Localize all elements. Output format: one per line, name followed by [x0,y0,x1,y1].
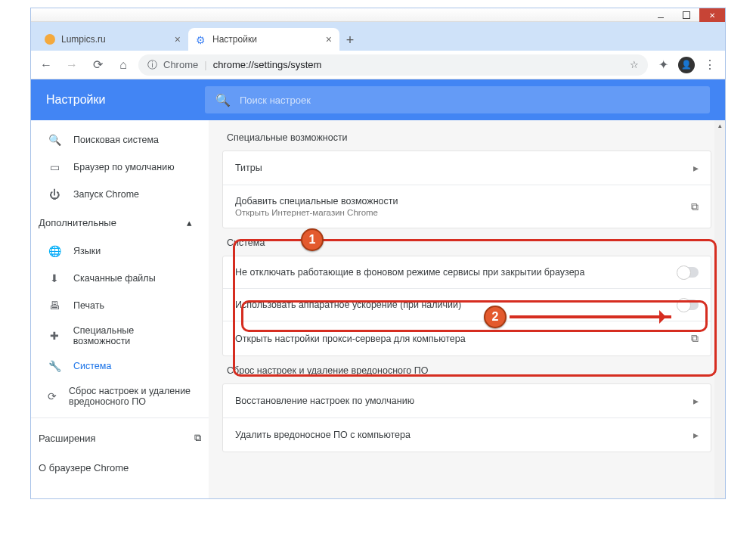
tab-settings[interactable]: ⚙ Настройки × [188,28,339,51]
scrollbar[interactable]: ▴ [714,120,725,498]
section-system-title: Система [222,231,711,256]
page-title: Настройки [46,93,205,107]
row-add-a11y[interactable]: Добавить специальные возможности Открыть… [223,185,711,228]
sidebar-advanced-toggle[interactable]: Дополнительные ▴ [31,208,209,237]
extensions-button[interactable]: ✦ [652,54,674,76]
sidebar-item-languages[interactable]: 🌐Языки [31,237,209,265]
sidebar-item-search-engine[interactable]: 🔍Поисковая система [31,126,209,154]
sidebar-about[interactable]: О браузере Chrome [31,453,209,483]
window-maximize[interactable] [674,8,699,22]
external-link-icon: ⧉ [691,332,699,345]
window-titlebar: ✕ [31,8,725,22]
row-captions[interactable]: Титры ▸ [223,151,711,185]
window-close[interactable]: ✕ [699,8,725,22]
search-icon: 🔍 [215,93,231,107]
sidebar-item-system[interactable]: 🔧Система [31,352,209,380]
back-button[interactable]: ← [36,54,57,76]
row-cleanup[interactable]: Удалить вредоносное ПО с компьютера ▸ [223,417,711,452]
chevron-right-icon: ▸ [693,162,699,174]
tab-label: Lumpics.ru [61,34,106,45]
new-tab-button[interactable]: + [339,29,361,51]
forward-button[interactable]: → [61,54,82,76]
close-tab-icon[interactable]: × [326,33,332,45]
system-card: Не отключать работающие в фоновом режиме… [222,256,711,356]
home-button[interactable]: ⌂ [113,54,134,76]
sidebar-extensions[interactable]: Расширения⧉ [31,423,209,453]
tab-label: Настройки [212,34,257,45]
window-minimize[interactable] [648,8,674,22]
site-info-icon[interactable]: ⓘ [147,58,157,72]
favicon-lumpics [45,34,55,45]
external-link-icon: ⧉ [691,200,699,213]
favicon-settings: ⚙ [196,34,206,45]
search-icon: 🔍 [48,134,61,146]
scroll-up-icon[interactable]: ▴ [714,120,725,131]
chevron-right-icon: ▸ [693,395,699,407]
close-tab-icon[interactable]: × [175,33,181,45]
toggle-bg-apps[interactable] [677,267,699,278]
power-icon: ⏻ [48,188,61,200]
sidebar-item-accessibility[interactable]: ✚Специальные возможности [31,319,209,352]
menu-button[interactable]: ⋮ [699,54,720,76]
row-proxy[interactable]: Открыть настройки прокси-сервера для ком… [223,321,711,355]
address-bar: ← → ⟳ ⌂ ⓘ Chrome | chrome://settings/sys… [31,51,725,79]
url-prefix: Chrome [163,59,198,70]
tab-lumpics[interactable]: Lumpics.ru × [37,28,188,51]
settings-sidebar: 🔍Поисковая система ▭Браузер по умолчанию… [31,120,209,498]
a11y-card: Титры ▸ Добавить специальные возможности… [222,151,711,228]
reset-icon: ⟳ [48,390,57,402]
row-hw-accel[interactable]: Использовать аппаратное ускорение (при н… [223,288,711,321]
globe-icon: 🌐 [48,245,61,257]
omnibox[interactable]: ⓘ Chrome | chrome://settings/system ☆ [138,54,648,76]
settings-header: Настройки 🔍 [31,79,725,120]
external-link-icon: ⧉ [194,432,201,444]
profile-avatar[interactable]: 👤 [678,57,695,73]
sidebar-item-reset[interactable]: ⟳Сброс настроек и удаление вредоносного … [31,380,209,413]
accessibility-icon: ✚ [48,330,61,342]
toggle-hw-accel[interactable] [677,300,699,310]
chevron-up-icon: ▴ [187,217,192,228]
section-reset-title: Сброс настроек и удаление вредоносного П… [222,359,711,383]
search-input[interactable] [240,95,699,106]
reload-button[interactable]: ⟳ [87,54,108,76]
row-bg-apps[interactable]: Не отключать работающие в фоновом режиме… [223,256,711,288]
url-text: chrome://settings/system [213,59,322,70]
sidebar-item-startup[interactable]: ⏻Запуск Chrome [31,181,209,208]
settings-search[interactable]: 🔍 [205,86,710,113]
reset-card: Восстановление настроек по умолчанию ▸ У… [222,383,711,452]
download-icon: ⬇ [48,272,61,284]
row-restore-defaults[interactable]: Восстановление настроек по умолчанию ▸ [223,384,711,417]
chevron-right-icon: ▸ [693,429,699,441]
window-icon: ▭ [48,161,61,173]
bookmark-icon[interactable]: ☆ [630,59,639,70]
print-icon: 🖶 [48,300,61,312]
tab-strip: Lumpics.ru × ⚙ Настройки × + [31,22,725,51]
sidebar-item-print[interactable]: 🖶Печать [31,292,209,319]
section-a11y-title: Специальные возможности [222,126,711,151]
sidebar-item-downloads[interactable]: ⬇Скачанные файлы [31,265,209,292]
sidebar-item-default-browser[interactable]: ▭Браузер по умолчанию [31,154,209,181]
settings-main: Специальные возможности Титры ▸ Добавить… [209,120,725,498]
wrench-icon: 🔧 [48,360,61,372]
